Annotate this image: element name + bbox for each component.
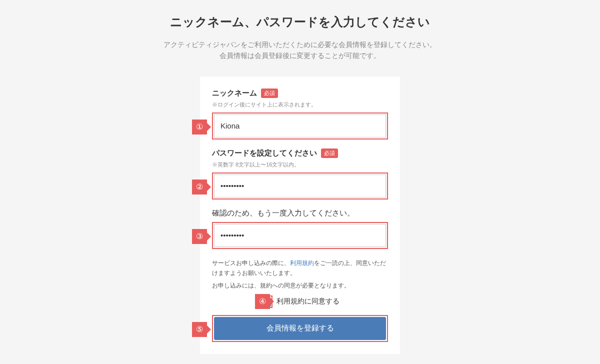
terms-link[interactable]: 利用規約 — [290, 260, 314, 266]
password-group: パスワードを設定してください 必須 ※英数字 8文字以上〜16文字以内。 ② — [212, 148, 388, 200]
agree-label: 利用規約に同意する — [276, 297, 340, 305]
password-confirm-label: 確認のため、もう一度入力してください。 — [212, 208, 388, 218]
submit-button[interactable]: 会員情報を登録する — [214, 317, 386, 340]
required-badge: 必須 — [321, 148, 338, 158]
subtitle-line-1: アクティビティジャパンをご利用いただくために必要な会員情報を登録してください。 — [164, 40, 436, 48]
step-marker-4: ④ — [255, 294, 270, 309]
step-marker-5: ⑤ — [192, 322, 207, 337]
step-marker-1: ① — [192, 120, 207, 134]
nickname-hint: ※ログイン後にサイト上に表示されます。 — [212, 101, 388, 108]
password-input[interactable] — [214, 174, 386, 198]
subtitle-line-2: 会員情報は会員登録後に変更することが可能です。 — [220, 52, 380, 60]
nickname-highlight-box: ① — [212, 112, 388, 140]
password-highlight-box: ② — [212, 172, 388, 200]
password-confirm-input[interactable] — [214, 224, 386, 247]
password-confirm-group: 確認のため、もう一度入力してください。 ③ — [212, 208, 388, 249]
nickname-input[interactable] — [214, 114, 386, 138]
terms-text: サービスお申し込みの際に、利用規約をご一読の上、同意いただけますようお願いいたし… — [212, 258, 388, 278]
nickname-group: ニックネーム 必須 ※ログイン後にサイト上に表示されます。 ① — [212, 88, 388, 140]
terms-note: お申し込みには、規約への同意が必要となります。 — [212, 280, 388, 290]
step-marker-3: ③ — [192, 229, 207, 244]
registration-form-card: ニックネーム 必須 ※ログイン後にサイト上に表示されます。 ① パスワードを設定… — [200, 76, 400, 354]
password-hint: ※英数字 8文字以上〜16文字以内。 — [212, 161, 388, 168]
page-subtitle: アクティビティジャパンをご利用いただくために必要な会員情報を登録してください。 … — [0, 39, 600, 62]
submit-highlight-box: ⑤ 会員情報を登録する — [212, 315, 388, 342]
step-marker-2: ② — [192, 180, 207, 194]
page-title: ニックネーム、パスワードを入力してください — [0, 14, 600, 30]
nickname-label: ニックネーム — [212, 88, 257, 98]
password-confirm-highlight-box: ③ — [212, 222, 388, 249]
required-badge: 必須 — [261, 88, 278, 98]
terms-text-before: サービスお申し込みの際に、 — [212, 260, 290, 266]
password-label: パスワードを設定してください — [212, 148, 317, 158]
agree-row: ④ 利用規約に同意する — [212, 296, 388, 308]
